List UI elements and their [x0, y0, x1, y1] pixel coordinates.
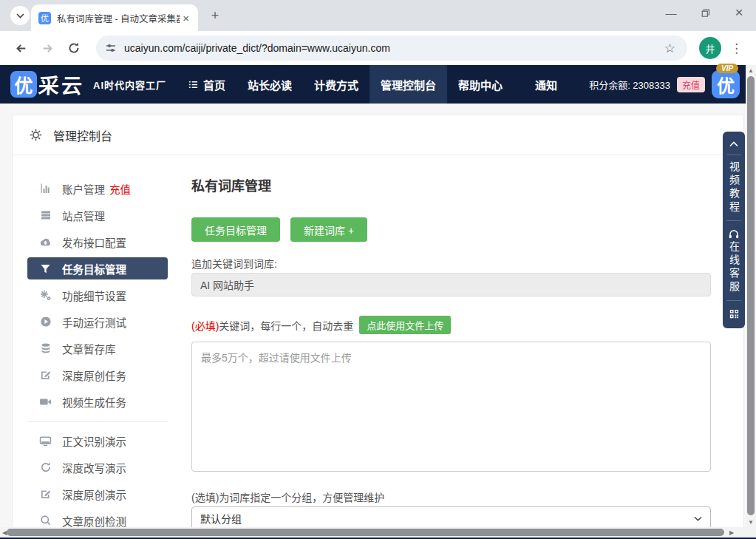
monitor-icon [39, 435, 52, 447]
nav-item-home[interactable]: 首页 [177, 65, 236, 104]
sidebar-item-sites[interactable]: 站点管理 [27, 204, 168, 226]
nav-item-help[interactable]: 帮助中心 [447, 65, 514, 104]
scroll-up-arrow[interactable]: ▲ [746, 65, 756, 75]
task-target-button[interactable]: 任务目标管理 [191, 217, 280, 242]
search-icon [39, 515, 52, 527]
video-tutorial-link[interactable]: 视频教程 [723, 161, 745, 214]
sidebar-divider [27, 421, 168, 422]
url-text[interactable]: ucaiyun.com/caiji/private_dict/?domain=w… [124, 42, 661, 54]
action-buttons: 任务目标管理 新建词库 + [191, 217, 711, 242]
nav-item-console[interactable]: 管理控制台 [370, 65, 447, 104]
nav-item-notice[interactable]: 通知 [524, 65, 568, 104]
nav-item-label: 计费方式 [314, 77, 358, 92]
horizontal-scroll-thumb[interactable] [7, 529, 724, 536]
list-icon [188, 79, 199, 90]
sidebar-item-originality-check[interactable]: 文章原创检测 [27, 509, 168, 527]
sidebar-item-article-cache[interactable]: 文章暂存库 [27, 337, 168, 359]
new-tab-button[interactable]: + [205, 6, 225, 25]
keywords-label-row: (必填)关键词，每行一个，自动去重 点此使用文件上传 [191, 316, 711, 334]
back-to-top-button[interactable] [729, 140, 739, 147]
scrollbar-corner [746, 527, 756, 538]
browser-tab[interactable]: 优 私有词库管理 - 自动文章采集器 × [31, 4, 198, 31]
section-title: 私有词库管理 [191, 177, 711, 195]
browser-profile-avatar[interactable]: 井 [699, 37, 721, 59]
sidebar-item-deep-original-demo[interactable]: 深度原创演示 [27, 483, 168, 505]
site-favicon: 优 [38, 12, 51, 24]
recharge-button[interactable]: 充值 [677, 77, 705, 92]
gear-icon [29, 128, 43, 142]
window-controls: — × [654, 0, 756, 31]
card-header: 管理控制台 [13, 115, 743, 155]
headset-icon [728, 228, 740, 240]
user-avatar[interactable]: 优 [712, 70, 740, 98]
nav-item-must-read[interactable]: 站长必读 [236, 65, 303, 104]
sidebar-item-manual-test[interactable]: 手动运行测试 [27, 311, 168, 333]
append-keywords-label: 追加关键词到词库: [191, 257, 711, 271]
brand-logo[interactable]: 优 采云 AI时代内容工厂 [10, 65, 166, 104]
nav-menu: 首页 站长必读 计费方式 管理控制台 帮助中心 通知 [177, 65, 568, 104]
sidebar-item-deep-rewrite-demo[interactable]: 深度改写演示 [27, 456, 168, 478]
qr-code-icon[interactable] [729, 308, 740, 319]
keywords-label: 关键词，每行一个，自动去重 [219, 318, 353, 333]
close-window-button[interactable]: × [722, 0, 756, 25]
nav-item-label: 帮助中心 [458, 77, 503, 92]
sidebar-item-task-targets[interactable]: 任务目标管理 [27, 257, 168, 279]
site-settings-icon[interactable] [105, 42, 117, 54]
group-select[interactable]: 默认分组 [191, 506, 711, 527]
console-sidebar: 账户管理 充值 站点管理 发布接口配置 [27, 177, 168, 527]
sidebar-item-video-task[interactable]: 视频生成任务 [27, 390, 168, 413]
console-card: 管理控制台 账户管理 充值 站点管理 [12, 115, 744, 527]
sidebar-item-label: 深度改写演示 [62, 460, 126, 475]
restore-button[interactable] [688, 0, 722, 25]
sidebar-item-label: 站点管理 [62, 208, 105, 223]
floating-help-widget: 视频教程 在线客服 [723, 132, 745, 328]
sidebar-item-deep-original-task[interactable]: 深度原创任务 [27, 364, 168, 386]
sidebar-item-label: 深度原创任务 [62, 367, 126, 383]
sidebar-item-label: 深度原创演示 [62, 487, 126, 502]
reload-button[interactable] [62, 36, 86, 60]
user-avatar-wrap[interactable]: 优 VIP [712, 70, 740, 98]
widget-divider [726, 155, 741, 155]
bookmark-star-icon[interactable]: ☆ [661, 41, 678, 56]
back-button[interactable] [9, 36, 33, 60]
nav-item-label: 管理控制台 [381, 77, 436, 92]
tab-close-icon[interactable]: × [180, 12, 192, 24]
sidebar-item-publish-api[interactable]: 发布接口配置 [27, 231, 168, 253]
logo-icon: 优 [10, 71, 37, 98]
browser-menu-icon[interactable]: ⋮ [730, 41, 743, 56]
nav-item-pricing[interactable]: 计费方式 [303, 65, 370, 104]
video-camera-icon [39, 396, 52, 408]
dictionary-name-input[interactable] [191, 273, 711, 296]
vertical-scrollbar[interactable]: ▲ ▼ [746, 65, 756, 527]
play-circle-icon [39, 316, 52, 328]
address-bar[interactable]: ucaiyun.com/caiji/private_dict/?domain=w… [96, 35, 687, 61]
sidebar-item-label: 发布接口配置 [62, 234, 126, 250]
forward-button[interactable] [35, 36, 59, 60]
widget-divider [726, 300, 741, 301]
tab-search-button[interactable] [10, 6, 30, 25]
new-dictionary-button[interactable]: 新建词库 + [290, 217, 367, 242]
minimize-button[interactable]: — [654, 0, 688, 25]
keywords-textarea[interactable] [191, 342, 711, 472]
chevron-down-icon [16, 13, 24, 18]
refresh-icon [39, 461, 52, 474]
sidebar-item-label: 文章暂存库 [62, 341, 116, 356]
sidebar-item-account[interactable]: 账户管理 充值 [27, 177, 168, 200]
widget-divider [726, 220, 741, 221]
horizontal-scrollbar[interactable]: ◀ ▶ [0, 527, 746, 538]
card-body: 账户管理 充值 站点管理 发布接口配置 [13, 155, 743, 527]
cloud-upload-icon [39, 236, 52, 248]
nav-item-label: 首页 [203, 77, 225, 92]
sidebar-recharge-link[interactable]: 充值 [109, 181, 131, 197]
vertical-scroll-thumb[interactable] [747, 76, 755, 515]
server-icon [39, 209, 52, 222]
main-content: 私有词库管理 任务目标管理 新建词库 + 追加关键词到词库: (必填)关键词，每… [191, 177, 711, 527]
scroll-down-arrow[interactable]: ▼ [746, 517, 756, 527]
online-service-link[interactable]: 在线客服 [723, 241, 745, 294]
sidebar-item-label: 账户管理 [62, 181, 105, 197]
scroll-right-arrow[interactable]: ▶ [727, 529, 736, 536]
sidebar-item-content-recognition-demo[interactable]: 正文识别演示 [27, 430, 168, 452]
sidebar-item-label: 任务目标管理 [62, 261, 126, 277]
sidebar-item-feature-settings[interactable]: 功能细节设置 [27, 284, 168, 306]
file-upload-button[interactable]: 点此使用文件上传 [359, 316, 451, 334]
